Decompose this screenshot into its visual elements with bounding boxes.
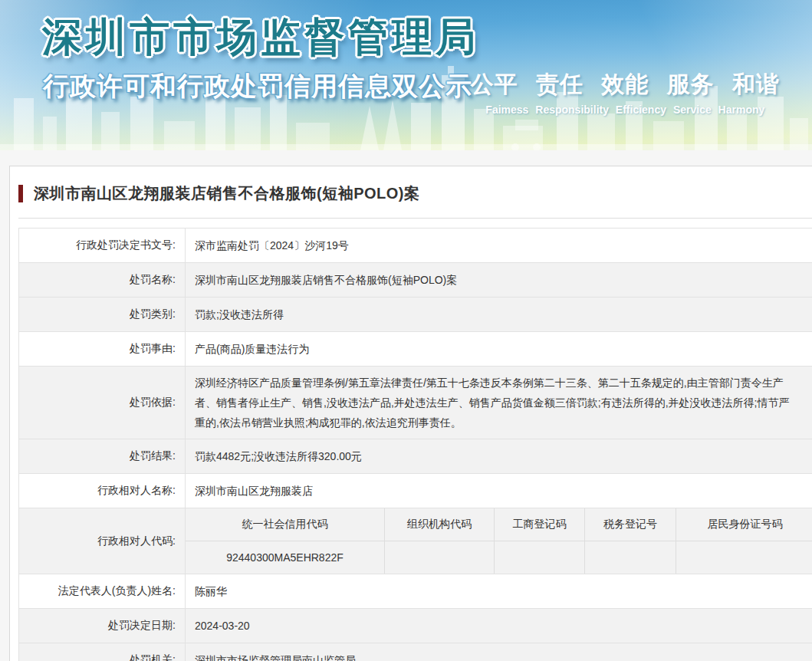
row-label: 处罚决定日期: <box>19 609 186 643</box>
slogan-block: 公平 责任 效能 服务 和谐 Faimess Responsibility Ef… <box>471 69 780 116</box>
codes-value-cell <box>385 541 495 574</box>
row-value: 陈丽华 <box>186 574 812 608</box>
table-row-decision-date: 处罚决定日期: 2024-03-20 <box>19 609 812 643</box>
row-label: 行政处罚决定书文号: <box>19 229 186 262</box>
table-row-penalty-type: 处罚类别: 罚款;没收违法所得 <box>19 298 812 332</box>
banner-subtitle: 行政许可和行政处罚信用信息双公示 <box>43 69 472 104</box>
row-label: 处罚结果: <box>19 439 186 473</box>
title-accent-bar <box>18 185 23 202</box>
row-value: 罚款;没收违法所得 <box>186 298 812 331</box>
row-value: 深圳市市场监督管理局南山监管局 <box>186 643 812 661</box>
table-row-legal-rep: 法定代表人(负责人)姓名: 陈丽华 <box>19 574 812 609</box>
row-label: 处罚事由: <box>19 332 186 366</box>
row-value: 罚款4482元;没收违法所得320.00元 <box>186 439 812 473</box>
codes-value-cell <box>585 541 676 574</box>
case-title: 深圳市南山区龙翔服装店销售不合格服饰(短袖POLO)案 <box>34 183 420 204</box>
title-divider <box>18 218 812 219</box>
row-value: 深圳经济特区产品质量管理条例/第五章法律责任/第五十七条违反本条例第二十三条、第… <box>186 367 812 439</box>
codes-header-cell: 工商登记码 <box>495 508 585 541</box>
row-label: 行政相对人名称: <box>19 474 186 508</box>
row-label: 处罚机关: <box>19 643 186 661</box>
case-title-row: 深圳市南山区龙翔服装店销售不合格服饰(短袖POLO)案 <box>18 183 812 204</box>
table-row-penalty-reason: 处罚事由: 产品(商品)质量违法行为 <box>19 332 812 367</box>
table-row-authority: 处罚机关: 深圳市市场监督管理局南山监管局 <box>19 643 812 661</box>
row-value: 深圳市南山区龙翔服装店销售不合格服饰(短袖POLO)案 <box>186 263 812 297</box>
content-card: 深圳市南山区龙翔服装店销售不合格服饰(短袖POLO)案 行政处罚决定书文号: 深… <box>9 166 812 661</box>
slogan-chinese: 公平 责任 效能 服务 和谐 <box>471 69 780 100</box>
codes-value-cell <box>676 541 812 574</box>
codes-value-row: 92440300MA5EHR822F <box>186 541 812 574</box>
codes-header-cell: 组织机构代码 <box>385 508 495 541</box>
header-banner: 深圳市市场监督管理局 行政许可和行政处罚信用信息双公示 公平 责任 效能 服务 … <box>0 0 812 150</box>
row-label: 处罚名称: <box>19 263 186 297</box>
table-row-party-name: 行政相对人名称: 深圳市南山区龙翔服装店 <box>19 474 812 508</box>
row-label: 行政相对人代码: <box>19 508 186 574</box>
table-row-doc-no: 行政处罚决定书文号: 深市监南处罚〔2024〕沙河19号 <box>19 229 812 263</box>
table-row-penalty-result: 处罚结果: 罚款4482元;没收违法所得320.00元 <box>19 439 812 474</box>
party-codes-table: 统一社会信用代码 组织机构代码 工商登记码 税务登记号 居民身份证号码 9244… <box>186 508 812 574</box>
penalty-info-table: 行政处罚决定书文号: 深市监南处罚〔2024〕沙河19号 处罚名称: 深圳市南山… <box>18 228 812 661</box>
table-row-penalty-basis: 处罚依据: 深圳经济特区产品质量管理条例/第五章法律责任/第五十七条违反本条例第… <box>19 367 812 439</box>
codes-header-cell: 居民身份证号码 <box>676 508 812 541</box>
codes-header-cell: 税务登记号 <box>585 508 676 541</box>
org-title: 深圳市市场监督管理局 <box>42 11 479 64</box>
codes-header-cell: 统一社会信用代码 <box>186 508 385 541</box>
codes-value-cell: 92440300MA5EHR822F <box>186 541 385 574</box>
codes-header-row: 统一社会信用代码 组织机构代码 工商登记码 税务登记号 居民身份证号码 <box>186 508 812 541</box>
row-value: 深圳市南山区龙翔服装店 <box>186 474 812 508</box>
table-row-penalty-name: 处罚名称: 深圳市南山区龙翔服装店销售不合格服饰(短袖POLO)案 <box>19 263 812 298</box>
row-value: 2024-03-20 <box>186 609 812 643</box>
table-row-party-codes: 行政相对人代码: 统一社会信用代码 组织机构代码 工商登记码 税务登记号 居民身… <box>19 508 812 574</box>
codes-value-cell <box>495 541 585 574</box>
slogan-english: Faimess Responsibility Efficiency Servic… <box>471 104 780 116</box>
row-label: 法定代表人(负责人)姓名: <box>19 574 186 608</box>
row-value: 深市监南处罚〔2024〕沙河19号 <box>186 229 812 262</box>
row-value: 产品(商品)质量违法行为 <box>186 332 812 366</box>
row-label: 处罚依据: <box>19 367 186 439</box>
row-label: 处罚类别: <box>19 298 186 331</box>
